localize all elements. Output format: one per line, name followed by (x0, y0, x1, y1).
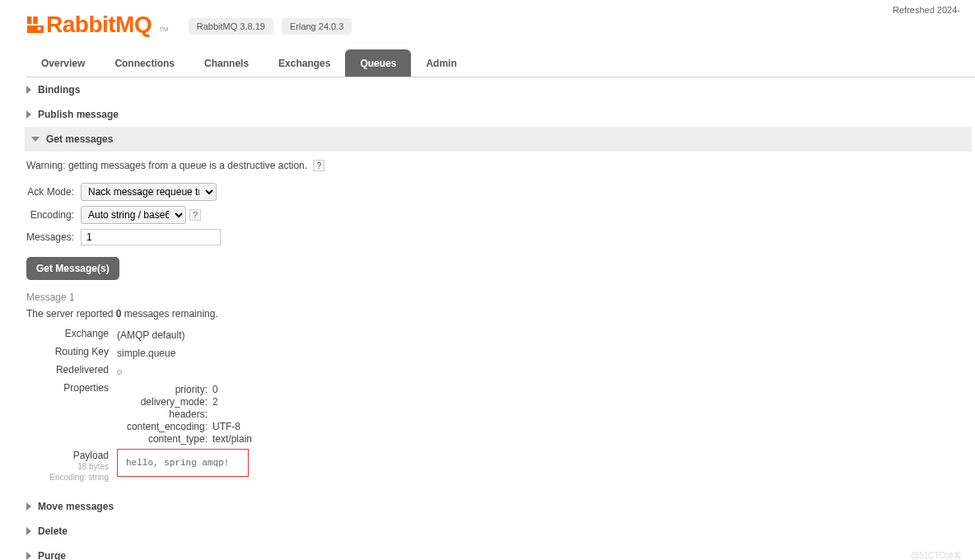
prop-headers-k: headers: (117, 408, 208, 420)
svg-rect-2 (27, 26, 44, 33)
warning-text: Warning: getting messages from a queue i… (26, 160, 307, 171)
section-publish-message[interactable]: Publish message (26, 102, 975, 127)
section-get-messages[interactable]: Get messages (25, 127, 972, 152)
watermark: @51CTO博客 (911, 550, 962, 560)
section-bindings[interactable]: Bindings (26, 77, 975, 102)
encoding-label: Encoding: (26, 209, 81, 221)
payload-encoding: Encoding: string (26, 472, 109, 483)
exchange-label: Exchange (26, 328, 117, 339)
section-label: Publish message (38, 109, 119, 120)
trademark: TM (159, 26, 169, 33)
help-icon[interactable]: ? (189, 209, 201, 221)
tab-exchanges[interactable]: Exchanges (264, 49, 345, 77)
redelivered-value (117, 364, 975, 379)
svg-rect-3 (38, 27, 41, 30)
prop-content-type-v: text/plain (212, 433, 975, 445)
chevron-down-icon (31, 137, 40, 142)
section-label: Purge (38, 550, 66, 560)
prop-content-type-k: content_type: (117, 433, 208, 445)
chevron-right-icon (26, 86, 31, 94)
section-delete[interactable]: Delete (26, 519, 975, 544)
tab-overview[interactable]: Overview (26, 49, 100, 77)
section-move-messages[interactable]: Move messages (26, 494, 975, 519)
redelivered-label: Redelivered (26, 364, 117, 376)
messages-input[interactable] (81, 229, 221, 245)
message-heading: Message 1 (26, 292, 975, 303)
tab-admin[interactable]: Admin (411, 49, 471, 77)
section-label: Move messages (38, 501, 114, 512)
main-tabs: Overview Connections Channels Exchanges … (26, 49, 975, 77)
tab-connections[interactable]: Connections (100, 49, 189, 77)
prop-content-encoding-k: content_encoding: (117, 421, 208, 432)
chevron-right-icon (26, 527, 31, 535)
exchange-value: (AMQP default) (117, 328, 975, 343)
chevron-right-icon (26, 502, 31, 511)
section-label: Get messages (46, 133, 113, 145)
prop-delivery-mode-k: delivery_mode: (117, 396, 208, 408)
payload-bytes: 18 bytes (26, 461, 109, 472)
circle-icon (117, 370, 122, 375)
prop-delivery-mode-v: 2 (212, 396, 975, 408)
refreshed-timestamp: Refreshed 2024- (893, 5, 960, 15)
svg-rect-1 (33, 16, 38, 24)
properties-value: priority: 0 delivery_mode: 2 headers: co… (117, 382, 975, 446)
section-label: Bindings (38, 84, 80, 96)
routing-key-label: Routing Key (26, 346, 117, 357)
properties-label: Properties (26, 382, 117, 394)
section-purge[interactable]: Purge (26, 544, 975, 560)
prop-headers-v (212, 408, 975, 420)
logo-text: RabbitMQ (46, 12, 152, 38)
svg-rect-0 (27, 16, 32, 24)
prop-content-encoding-v: UTF-8 (212, 421, 975, 432)
get-messages-button[interactable]: Get Message(s) (26, 257, 119, 280)
logo: RabbitMQ (26, 12, 152, 38)
chevron-right-icon (26, 552, 31, 560)
tab-queues[interactable]: Queues (345, 49, 411, 77)
ack-mode-label: Ack Mode: (26, 186, 81, 198)
rabbitmq-icon (26, 16, 44, 34)
payload-label: Payload (26, 450, 109, 461)
chevron-right-icon (26, 110, 31, 119)
erlang-version-badge: Erlang 24.0.3 (282, 18, 352, 35)
ack-mode-select[interactable]: Nack message requeue true (81, 183, 217, 201)
section-label: Delete (38, 525, 68, 537)
help-icon[interactable]: ? (313, 160, 324, 171)
remaining-text: The server reported 0 messages remaining… (26, 308, 975, 320)
rabbitmq-version-badge: RabbitMQ 3.8.19 (189, 18, 273, 35)
encoding-select[interactable]: Auto string / base64 (81, 206, 186, 224)
prop-priority-k: priority: (117, 384, 208, 395)
payload-value: hello, spring amqp! (117, 449, 249, 477)
messages-label: Messages: (26, 231, 81, 243)
prop-priority-v: 0 (212, 384, 975, 395)
tab-channels[interactable]: Channels (189, 49, 264, 77)
routing-key-value: simple.queue (117, 346, 975, 361)
